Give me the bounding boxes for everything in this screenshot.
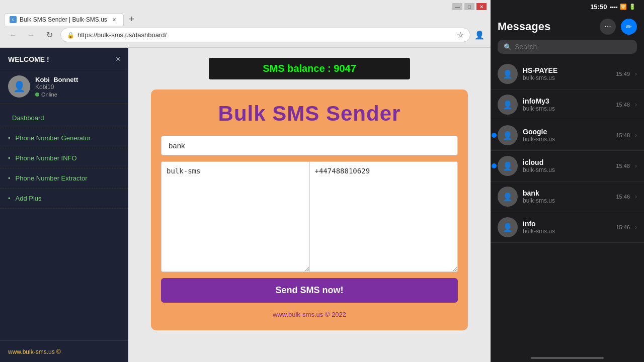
message-body: info bulk-sms.us <box>523 220 611 235</box>
compose-icon: ✏ <box>626 23 632 31</box>
message-time: 15:46 <box>616 224 630 230</box>
message-preview: bulk-sms.us <box>523 228 611 235</box>
message-body: icloud bulk-sms.us <box>523 158 611 173</box>
search-icon: 🔍 <box>504 43 512 51</box>
status-icons: ▪▪▪▪ 🛜 🔋 <box>610 4 636 10</box>
message-body: Google bulk-sms.us <box>523 128 611 143</box>
account-icon[interactable]: 👤 <box>474 30 485 40</box>
sidebar: WELCOME ! × 👤 Kobi Bonnett Kobi10 Online <box>0 48 128 362</box>
close-sidebar-button[interactable]: × <box>116 55 120 64</box>
footer-link[interactable]: www.bulk-sms.us © 2022 <box>273 311 346 318</box>
message-preview: bulk-sms.us <box>523 197 611 204</box>
sidebar-item-phone-number-extractor[interactable]: • Phone Number Extractor <box>0 168 128 189</box>
chevron-right-icon: › <box>635 162 637 169</box>
forward-button[interactable]: → <box>24 28 38 42</box>
unread-dot <box>492 133 497 138</box>
tab-favicon: S <box>10 16 17 23</box>
refresh-button[interactable]: ↻ <box>42 28 56 42</box>
messages-header: Messages ··· ✏ <box>491 14 644 40</box>
sms-balance-bar: SMS balance : 9047 <box>209 58 410 79</box>
sidebar-item-dashboard[interactable]: Dashboard <box>0 108 128 128</box>
browser-window: — □ ✕ S Bulk SMS Sender | Bulk-SMS.us × … <box>0 0 491 362</box>
lock-icon: 🔒 <box>67 32 74 39</box>
avatar: 👤 <box>8 75 30 98</box>
online-status: Online <box>35 92 78 98</box>
nav-item-label: Phone Number INFO <box>16 154 77 162</box>
nav-menu: Dashboard • Phone Number Generator • Pho… <box>0 104 128 340</box>
browser-chrome: — □ ✕ S Bulk SMS Sender | Bulk-SMS.us × … <box>0 0 491 48</box>
nav-item-label: Phone Number Generator <box>16 134 91 142</box>
new-tab-button[interactable]: + <box>126 14 138 26</box>
messages-more-button[interactable]: ··· <box>600 19 616 35</box>
message-body: infoMy3 bulk-sms.us <box>523 97 611 112</box>
unread-dot <box>492 163 497 168</box>
nav-item-label: Add Plus <box>16 195 42 202</box>
message-row: bulk-sms +447488810629 <box>161 161 458 272</box>
messages-actions: ··· ✏ <box>600 19 637 35</box>
url-text: https://bulk-sms.us/dashboard/ <box>77 31 454 39</box>
chevron-right-icon: › <box>635 224 637 231</box>
message-list: 👤 HS-PAYEE bulk-sms.us 15:49 › 👤 infoMy3… <box>491 59 644 354</box>
sidebar-item-phone-number-info[interactable]: • Phone Number INFO <box>0 148 128 168</box>
message-sender-name: infoMy3 <box>523 97 611 105</box>
sidebar-item-phone-number-generator[interactable]: • Phone Number Generator <box>0 128 128 148</box>
more-icon: ··· <box>604 22 611 31</box>
browser-titlebar: — □ ✕ <box>4 3 487 10</box>
compose-button[interactable]: ✏ <box>621 19 637 35</box>
message-time: 15:46 <box>616 194 630 200</box>
sidebar-item-add-plus[interactable]: • Add Plus <box>0 189 128 209</box>
search-input[interactable] <box>515 43 631 51</box>
user-full-name: Kobi Bonnett <box>35 76 78 83</box>
message-item[interactable]: 👤 infoMy3 bulk-sms.us 15:48 › <box>491 89 644 120</box>
scroll-indicator <box>531 357 604 359</box>
tab-title: Bulk SMS Sender | Bulk-SMS.us <box>20 16 107 23</box>
sidebar-header: WELCOME ! × <box>0 48 128 69</box>
wifi-icon: 🛜 <box>620 4 627 10</box>
message-item[interactable]: 👤 bank bulk-sms.us 15:46 › <box>491 182 644 212</box>
message-item[interactable]: 👤 info bulk-sms.us 15:46 › <box>491 212 644 243</box>
send-sms-button[interactable]: Send SMS now! <box>161 278 458 303</box>
user-profile: 👤 Kobi Bonnett Kobi10 Online <box>0 69 128 104</box>
message-preview: bulk-sms.us <box>523 74 611 81</box>
message-sender-name: bank <box>523 189 611 197</box>
tab-close-button[interactable]: × <box>110 16 118 24</box>
address-bar-row: ← → ↻ 🔒 https://bulk-sms.us/dashboard/ ☆… <box>4 26 487 44</box>
nav-item-label: Phone Number Extractor <box>16 174 88 182</box>
message-time: 15:48 <box>616 163 630 169</box>
close-button[interactable]: ✕ <box>476 3 487 10</box>
maximize-button[interactable]: □ <box>464 3 474 10</box>
phone-time: 15:50 <box>590 3 607 11</box>
welcome-label: WELCOME ! <box>8 55 49 63</box>
message-item[interactable]: 👤 icloud bulk-sms.us 15:48 › <box>491 151 644 182</box>
user-info: Kobi Bonnett Kobi10 Online <box>35 76 78 98</box>
status-dot <box>35 93 39 97</box>
active-tab[interactable]: S Bulk SMS Sender | Bulk-SMS.us × <box>4 13 124 26</box>
sms-balance-text: SMS balance : 9047 <box>263 63 356 74</box>
browser-content: WELCOME ! × 👤 Kobi Bonnett Kobi10 Online <box>0 48 491 362</box>
message-avatar: 👤 <box>498 64 518 84</box>
message-sender-name: info <box>523 220 611 228</box>
message-avatar: 👤 <box>498 95 518 115</box>
sender-name-input[interactable] <box>161 136 458 155</box>
message-item[interactable]: 👤 HS-PAYEE bulk-sms.us 15:49 › <box>491 59 644 89</box>
message-preview: bulk-sms.us <box>523 166 611 173</box>
message-avatar: 👤 <box>498 217 518 237</box>
message-avatar: 👤 <box>498 125 518 145</box>
signal-icon: ▪▪▪▪ <box>610 4 618 10</box>
phone-status-bar: 15:50 ▪▪▪▪ 🛜 🔋 <box>491 0 644 14</box>
phone-numbers-textarea[interactable]: +447488810629 <box>309 161 458 272</box>
message-textarea[interactable]: bulk-sms <box>161 161 309 272</box>
bookmark-icon[interactable]: ☆ <box>457 30 464 40</box>
status-text: Online <box>41 92 57 98</box>
user-first-name: Kobi <box>35 76 50 83</box>
search-bar[interactable]: 🔍 <box>498 40 637 54</box>
address-bar[interactable]: 🔒 https://bulk-sms.us/dashboard/ ☆ <box>60 28 470 42</box>
back-button[interactable]: ← <box>6 28 20 42</box>
card-title: Bulk SMS Sender <box>161 102 458 126</box>
message-body: bank bulk-sms.us <box>523 189 611 204</box>
footer-link[interactable]: www.bulk-sms.us © <box>8 348 61 355</box>
message-item[interactable]: 👤 Google bulk-sms.us 15:48 › <box>491 120 644 151</box>
message-preview: bulk-sms.us <box>523 136 611 143</box>
message-time: 15:48 <box>616 102 630 108</box>
minimize-button[interactable]: — <box>452 3 462 10</box>
